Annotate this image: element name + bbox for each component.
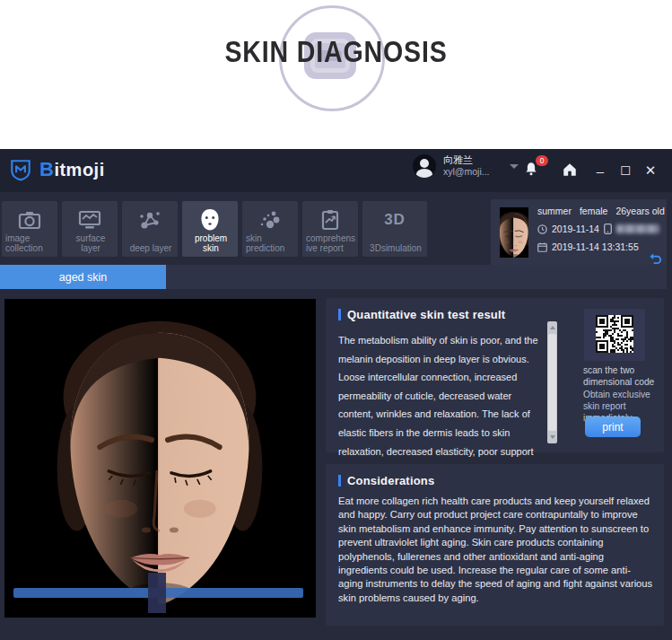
maximize-button[interactable]: ☐ bbox=[613, 164, 638, 178]
considerations-title: Considerations bbox=[347, 474, 434, 487]
patient-info-panel: summer female 26years old 2019-11-14 201… bbox=[491, 199, 667, 266]
tool-image-collection[interactable]: image collection bbox=[2, 201, 57, 257]
three-d-icon: 3D bbox=[384, 208, 406, 232]
tool-problem-skin[interactable]: problem skin bbox=[182, 201, 238, 257]
patient-gender: female bbox=[580, 206, 608, 216]
considerations-panel: Considerations Eat more collagen rich he… bbox=[326, 464, 664, 626]
notifications-button[interactable]: 0 bbox=[523, 160, 543, 181]
tool-comprehensive-report[interactable]: comprehensive report bbox=[302, 201, 358, 257]
back-button[interactable] bbox=[649, 252, 662, 265]
considerations-text: Eat more collagen rich health care produ… bbox=[338, 495, 654, 605]
dots-icon bbox=[258, 208, 282, 232]
result-panel-title: Quantitative skin test result bbox=[347, 308, 505, 321]
tab-row: aged skin bbox=[0, 265, 667, 289]
clipboard-chart-icon bbox=[319, 208, 342, 232]
tool-label: skin prediction bbox=[244, 233, 296, 253]
qr-scan-hint: scan the two dimensional code bbox=[583, 364, 662, 388]
compare-slider-handle[interactable] bbox=[148, 573, 166, 613]
test-date: 2019-11-14 bbox=[552, 224, 599, 234]
face-mask-icon bbox=[198, 208, 222, 232]
tool-label: deep layer bbox=[124, 243, 176, 253]
tool-label: comprehensive report bbox=[304, 233, 356, 253]
test-datetime: 2019-11-14 13:31:55 bbox=[552, 241, 639, 252]
app-brand: Bitmoji bbox=[9, 158, 105, 181]
page-header: SKIN DIAGNOSIS bbox=[0, 0, 672, 149]
monitor-wave-icon bbox=[78, 208, 101, 232]
scroll-down-icon[interactable] bbox=[550, 435, 555, 439]
chevron-down-icon[interactable] bbox=[510, 164, 519, 169]
home-button[interactable] bbox=[562, 162, 578, 178]
result-panel: Quantitative skin test result The metabo… bbox=[326, 298, 664, 452]
tool-label: problem skin bbox=[184, 233, 236, 253]
tool-label: surface layer bbox=[64, 233, 116, 253]
title-accent-bar bbox=[338, 475, 341, 487]
title-accent-bar bbox=[338, 309, 341, 320]
tool-3d-simulation[interactable]: 3D 3Dsimulation bbox=[362, 201, 427, 257]
close-button[interactable]: ✕ bbox=[638, 162, 663, 179]
camera-icon bbox=[18, 208, 41, 232]
tool-label: 3Dsimulation bbox=[364, 243, 425, 253]
tool-surface-layer[interactable]: surface layer bbox=[62, 201, 118, 257]
scroll-up-icon[interactable] bbox=[550, 326, 555, 329]
app-logo-shield-icon bbox=[9, 158, 32, 181]
phone-number-redacted bbox=[616, 224, 659, 233]
notification-badge: 0 bbox=[536, 155, 548, 166]
toolbar: image collection surface layer deep laye… bbox=[2, 201, 427, 257]
minimize-button[interactable]: – bbox=[588, 163, 613, 179]
user-account[interactable]: 向雅兰 xyl@moji... bbox=[413, 154, 519, 178]
patient-thumbnail[interactable] bbox=[500, 207, 528, 258]
home-icon bbox=[562, 162, 578, 178]
titlebar: Bitmoji 向雅兰 xyl@moji... 0 – ☐ ✕ bbox=[0, 149, 672, 192]
patient-name: summer bbox=[537, 206, 572, 216]
undo-arrow-icon bbox=[649, 252, 662, 265]
tool-label: image collection bbox=[4, 233, 56, 253]
result-text: The metabolism ability of skin is poor, … bbox=[338, 331, 546, 479]
app-name: Bitmoji bbox=[39, 158, 105, 181]
page-title: SKIN DIAGNOSIS bbox=[54, 34, 618, 69]
scrollbar-thumb[interactable] bbox=[548, 334, 556, 431]
tool-skin-prediction[interactable]: skin prediction bbox=[242, 201, 298, 257]
result-scrollbar[interactable] bbox=[547, 321, 557, 443]
tab-aged-skin[interactable]: aged skin bbox=[0, 265, 166, 289]
qr-code bbox=[596, 315, 633, 353]
tool-deep-layer[interactable]: deep layer bbox=[122, 201, 178, 257]
face-image bbox=[4, 299, 316, 618]
user-name: 向雅兰 bbox=[443, 154, 490, 166]
user-avatar[interactable] bbox=[413, 154, 436, 178]
clock-icon bbox=[537, 224, 547, 234]
patient-age: 26years old bbox=[615, 206, 664, 216]
user-email: xyl@moji... bbox=[443, 166, 490, 178]
app-window: Bitmoji 向雅兰 xyl@moji... 0 – ☐ ✕ bbox=[0, 149, 672, 640]
print-button[interactable]: print bbox=[585, 416, 641, 437]
calendar-icon bbox=[537, 242, 547, 252]
patient-face-photo bbox=[4, 299, 316, 618]
phone-icon bbox=[604, 224, 612, 234]
molecule-icon bbox=[138, 208, 161, 232]
